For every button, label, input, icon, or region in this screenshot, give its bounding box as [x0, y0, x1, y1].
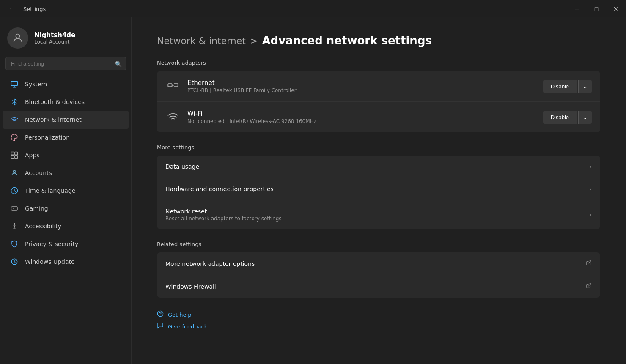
personalization-icon — [10, 133, 19, 142]
user-info: Nightsh4de Local Account — [34, 31, 75, 45]
system-icon — [10, 79, 19, 89]
user-name: Nightsh4de — [34, 31, 75, 39]
svg-rect-5 — [15, 156, 18, 159]
wifi-name: Wi-Fi — [187, 110, 536, 118]
wifi-expand-button[interactable]: ⌄ — [578, 111, 592, 124]
svg-rect-4 — [11, 156, 14, 159]
sidebar-item-apps-label: Apps — [25, 152, 40, 159]
more-adapters-title: More network adapter options — [165, 260, 586, 267]
titlebar-left: ← Settings — [5, 3, 46, 14]
svg-point-0 — [16, 34, 19, 38]
adapters-section-label: Network adapters — [157, 60, 600, 66]
sidebar-item-gaming[interactable]: Gaming — [3, 200, 129, 217]
sidebar-item-update-label: Windows Update — [25, 258, 75, 265]
wifi-info: Wi-Fi Not connected | Intel(R) Wireless-… — [187, 110, 536, 124]
gaming-icon — [10, 204, 19, 213]
ethernet-info: Ethernet PTCL-BB | Realtek USB FE Family… — [187, 79, 536, 93]
data-usage-item[interactable]: Data usage › — [157, 156, 600, 178]
give-feedback-link[interactable]: Give feedback — [157, 322, 600, 331]
sidebar-item-bluetooth[interactable]: Bluetooth & devices — [3, 93, 129, 111]
give-feedback-icon — [157, 322, 164, 331]
privacy-icon — [10, 239, 19, 249]
wifi-disable-button[interactable]: Disable — [543, 111, 577, 124]
sidebar-item-accessibility-label: Accessibility — [25, 223, 61, 230]
ethernet-disable-button[interactable]: Disable — [543, 80, 577, 93]
firewall-external-icon — [586, 283, 592, 290]
sidebar-item-time[interactable]: Time & language — [3, 182, 129, 200]
minimize-button[interactable]: ─ — [567, 0, 587, 17]
network-reset-chevron: › — [589, 211, 592, 218]
svg-line-12 — [588, 261, 591, 263]
sidebar-item-network[interactable]: Network & internet — [3, 111, 129, 129]
give-feedback-label: Give feedback — [168, 323, 207, 330]
sidebar-item-gaming-label: Gaming — [25, 205, 48, 212]
hardware-props-content: Hardware and connection properties — [165, 186, 589, 192]
sidebar-user: Nightsh4de Local Account — [0, 21, 131, 57]
svg-rect-2 — [11, 152, 14, 155]
svg-rect-11 — [168, 84, 172, 87]
firewall-title: Windows Firewall — [165, 283, 586, 290]
ethernet-desc: PTCL-BB | Realtek USB FE Family Controll… — [187, 88, 536, 93]
ethernet-name: Ethernet — [187, 79, 536, 87]
sidebar-item-system[interactable]: System — [3, 75, 129, 93]
sidebar-item-privacy[interactable]: Privacy & security — [3, 235, 129, 253]
more-adapters-external-icon — [586, 260, 592, 267]
network-reset-desc: Reset all network adapters to factory se… — [165, 216, 589, 222]
ethernet-icon — [165, 79, 181, 94]
search-icon: 🔍 — [115, 60, 122, 67]
related-settings-label: Related settings — [157, 241, 600, 247]
related-settings-card: More network adapter options Windows Fir… — [157, 252, 600, 298]
user-type: Local Account — [34, 39, 75, 45]
sidebar-item-update[interactable]: Windows Update — [3, 253, 129, 271]
content-area: Nightsh4de Local Account 🔍 System — [0, 17, 626, 364]
wifi-actions: Disable ⌄ — [543, 111, 592, 124]
more-adapters-item[interactable]: More network adapter options — [157, 252, 600, 275]
svg-rect-3 — [15, 152, 18, 155]
sidebar-item-system-label: System — [25, 81, 47, 88]
wifi-adapter: Wi-Fi Not connected | Intel(R) Wireless-… — [157, 102, 600, 132]
ethernet-expand-button[interactable]: ⌄ — [578, 80, 592, 93]
svg-rect-1 — [11, 81, 18, 86]
apps-icon — [10, 151, 19, 160]
time-icon — [10, 186, 19, 195]
close-button[interactable]: ✕ — [606, 0, 626, 17]
breadcrumb: Network & internet > Advanced network se… — [157, 34, 600, 47]
hardware-props-item[interactable]: Hardware and connection properties › — [157, 178, 600, 200]
sidebar-item-accounts[interactable]: Accounts — [3, 164, 129, 182]
accounts-icon — [10, 168, 19, 178]
firewall-item[interactable]: Windows Firewall — [157, 275, 600, 298]
wifi-icon — [165, 109, 181, 125]
window-title: Settings — [23, 6, 46, 12]
hardware-props-title: Hardware and connection properties — [165, 186, 589, 192]
main-content: Network & internet > Advanced network se… — [132, 17, 626, 364]
network-reset-item[interactable]: Network reset Reset all network adapters… — [157, 200, 600, 229]
data-usage-content: Data usage — [165, 163, 589, 170]
sidebar-item-accessibility[interactable]: Accessibility — [3, 217, 129, 235]
sidebar-item-apps[interactable]: Apps — [3, 146, 129, 164]
more-adapters-content: More network adapter options — [165, 260, 586, 267]
get-help-link[interactable]: Get help — [157, 310, 600, 319]
sidebar-item-network-label: Network & internet — [25, 116, 82, 123]
back-button[interactable]: ← — [5, 3, 19, 14]
search-box: 🔍 — [5, 57, 126, 70]
titlebar-controls: ─ □ ✕ — [567, 0, 626, 17]
svg-point-9 — [14, 223, 15, 224]
network-reset-title: Network reset — [165, 208, 589, 215]
sidebar-item-bluetooth-label: Bluetooth & devices — [25, 99, 85, 105]
network-icon — [10, 115, 19, 124]
titlebar: ← Settings ─ □ ✕ — [0, 0, 626, 17]
more-settings-card: Data usage › Hardware and connection pro… — [157, 156, 600, 229]
search-input[interactable] — [5, 57, 126, 70]
data-usage-chevron: › — [589, 163, 592, 170]
hardware-props-chevron: › — [589, 186, 592, 192]
breadcrumb-parent[interactable]: Network & internet — [157, 36, 246, 46]
nav-list: System Bluetooth & devices Network & int… — [0, 75, 131, 364]
settings-window: ← Settings ─ □ ✕ Nightsh4de Local Accoun… — [0, 0, 626, 364]
wifi-desc: Not connected | Intel(R) Wireless-AC 926… — [187, 118, 536, 124]
maximize-button[interactable]: □ — [587, 0, 606, 17]
avatar — [7, 27, 28, 49]
get-help-label: Get help — [168, 312, 191, 318]
footer-links: Get help Give feedback — [157, 310, 600, 331]
sidebar-item-personalization[interactable]: Personalization — [3, 129, 129, 146]
network-reset-content: Network reset Reset all network adapters… — [165, 208, 589, 222]
